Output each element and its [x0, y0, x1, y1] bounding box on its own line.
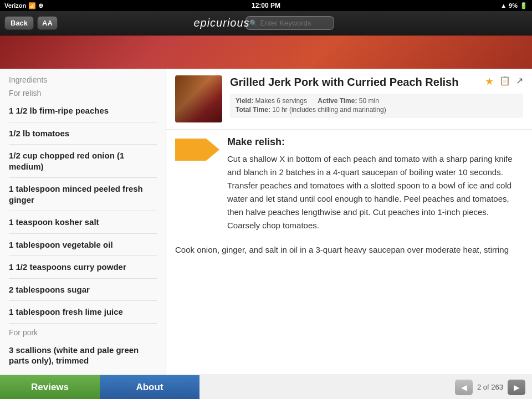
section-heading: Make relish: — [227, 136, 523, 148]
tab-left: Reviews About — [0, 375, 263, 399]
ingredient-curry: 1 1/2 teaspoons curry powder — [9, 256, 157, 279]
search-input[interactable] — [245, 16, 334, 30]
recipe-paragraph-2-container: Cook onion, ginger, and salt in oil in a… — [166, 239, 532, 265]
ingredient-sugar: 2 tablespoons sugar — [9, 279, 157, 301]
nav-left: Back AA — [4, 16, 58, 30]
sidebar: Ingredients For relish 1 1/2 lb firm-rip… — [0, 69, 166, 375]
recipe-meta: Yield: Makes 6 servings Active Time: 50 … — [230, 94, 523, 118]
for-relish-label: For relish — [9, 89, 157, 98]
battery-icon: 🔋 — [520, 2, 528, 9]
search-container: 🔍 — [245, 16, 334, 30]
wifi-icon: 📶 — [28, 2, 36, 9]
signal-icon: ⊕ — [38, 2, 43, 9]
tab-about[interactable]: About — [100, 375, 200, 399]
status-left: Verizon 📶 ⊕ — [4, 2, 43, 9]
hero-area — [0, 35, 532, 69]
total-time-row: Total Time: 10 hr (includes chilling and… — [236, 106, 518, 114]
page-indicator: 2 of 263 — [477, 383, 503, 391]
ingredient-peaches: 1 1/2 lb firm-ripe peaches — [9, 100, 157, 122]
yield-value: Makes 6 servings — [255, 97, 307, 105]
ingredients-label: Ingredients — [9, 75, 157, 84]
font-size-button[interactable]: AA — [37, 16, 58, 30]
recipe-info: Grilled Jerk Pork with Curried Peach Rel… — [230, 75, 523, 118]
relish-content: Make relish: Cut a shallow X in bottom o… — [227, 136, 523, 232]
status-right: ▲ 9% 🔋 — [500, 2, 528, 9]
recipe-title: Grilled Jerk Pork with Curried Peach Rel… — [230, 75, 458, 89]
location-icon: ▲ — [500, 2, 507, 9]
recipe-paragraph-2: Cook onion, ginger, and salt in oil in a… — [175, 243, 523, 257]
section-arrow — [175, 139, 219, 161]
ingredient-scallions: 3 scallions (white and pale green parts … — [9, 339, 157, 372]
recipe-actions: ★ 📋 ↗ — [485, 75, 523, 88]
app-title: epicurious — [193, 17, 249, 29]
nav-bar: Back AA epicurious 🔍 — [0, 11, 532, 35]
battery-percent: 9% — [509, 2, 518, 9]
active-time-label: Active Time: — [318, 97, 357, 105]
yield-row: Yield: Makes 6 servings Active Time: 50 … — [236, 97, 518, 105]
search-icon: 🔍 — [249, 19, 258, 27]
for-pork-label: For pork — [9, 328, 157, 337]
favorite-icon[interactable]: ★ — [485, 75, 494, 88]
recipe-paragraph-1: Cut a shallow X in bottom of each peach … — [227, 152, 523, 232]
total-time-label: Total Time: — [236, 106, 270, 114]
total-time-value: 10 hr (includes chilling and marinating) — [272, 106, 386, 114]
ingredient-onion: 1/2 cup chopped red onion (1 medium) — [9, 145, 157, 178]
main-layout: Ingredients For relish 1 1/2 lb firm-rip… — [0, 69, 532, 375]
content-area: Grilled Jerk Pork with Curried Peach Rel… — [166, 69, 532, 375]
carrier: Verizon — [4, 2, 26, 9]
tab-right: ◀ 2 of 263 ▶ — [263, 375, 532, 399]
ingredient-lime: 1 tablespoon fresh lime juice — [9, 301, 157, 324]
ingredient-oil: 1 tablespoon vegetable oil — [9, 234, 157, 257]
relish-section: Make relish: Cut a shallow X in bottom o… — [166, 130, 532, 239]
status-time: 12:00 PM — [252, 2, 280, 9]
status-bar: Verizon 📶 ⊕ 12:00 PM ▲ 9% 🔋 — [0, 0, 532, 11]
yield-label: Yield: — [236, 97, 253, 105]
recipe-header: Grilled Jerk Pork with Curried Peach Rel… — [166, 69, 532, 130]
tab-bar: Reviews About ◀ 2 of 263 ▶ — [0, 375, 532, 399]
ingredient-tomatoes: 1/2 lb tomatoes — [9, 122, 157, 145]
share-icon[interactable]: ↗ — [516, 75, 523, 88]
back-button[interactable]: Back — [4, 16, 34, 30]
notes-icon[interactable]: 📋 — [499, 75, 510, 88]
tab-reviews[interactable]: Reviews — [0, 375, 100, 399]
ingredient-ginger: 1 tablespoon minced peeled fresh ginger — [9, 178, 157, 211]
active-time-value: 50 min — [359, 97, 379, 105]
prev-page-button[interactable]: ◀ — [455, 380, 473, 395]
next-page-button[interactable]: ▶ — [508, 380, 525, 395]
ingredient-salt: 1 teaspoon kosher salt — [9, 211, 157, 234]
recipe-thumbnail — [175, 75, 222, 122]
